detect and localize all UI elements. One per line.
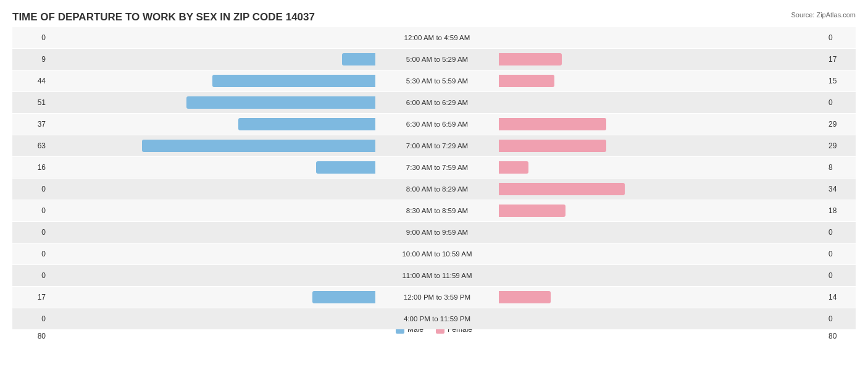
male-side [49,31,375,44]
bars-wrapper: 6:00 AM to 6:29 AM [49,92,825,113]
chart-row: 0 10:00 AM to 10:59 AM 0 [12,243,856,264]
right-value: 29 [825,141,856,150]
right-value: 0 [825,314,856,323]
source-label: Source: ZipAtlas.com [791,11,856,19]
time-label: 8:00 AM to 8:29 AM [375,185,499,193]
bars-wrapper: 7:00 AM to 7:29 AM [49,135,825,156]
left-value: 0 [12,314,49,323]
female-bar [499,53,562,65]
time-label: 4:00 PM to 11:59 PM [375,315,499,323]
time-label: 5:30 AM to 5:59 AM [375,77,499,85]
female-side [499,74,825,88]
time-label: 7:30 AM to 7:59 AM [375,164,499,171]
female-bar [499,205,565,217]
chart-row: 0 4:00 PM to 11:59 PM 0 [12,308,856,329]
chart-row: 63 7:00 AM to 7:29 AM 29 [12,135,856,156]
male-bar [142,140,375,152]
male-side [49,96,375,109]
female-bar [499,161,528,174]
male-side [49,204,375,217]
chart-container: TIME OF DEPARTURE TO WORK BY SEX IN ZIP … [0,0,868,367]
chart-area: 0 12:00 AM to 4:59 AM 0 9 5:00 AM to 5:2… [12,27,856,321]
time-label: 12:00 PM to 3:59 PM [375,293,499,301]
female-side [499,290,825,304]
male-side [49,139,375,153]
female-side [499,96,825,109]
male-bar [316,161,375,174]
male-bar [342,53,375,65]
left-value: 0 [12,33,49,42]
male-side [49,182,375,196]
male-bar [238,118,375,130]
chart-row: 17 12:00 PM to 3:59 PM 14 [12,287,856,308]
left-value: 0 [12,185,49,193]
bars-wrapper: 12:00 PM to 3:59 PM [49,287,825,308]
time-label: 8:30 AM to 8:59 AM [375,207,499,214]
chart-row: 51 6:00 AM to 6:29 AM 0 [12,92,856,113]
right-value: 29 [825,120,856,129]
axis-right-val: 80 [825,332,856,340]
male-side [49,312,375,326]
male-side [49,53,375,66]
time-label: 9:00 AM to 9:59 AM [375,229,499,236]
bars-wrapper: 5:30 AM to 5:59 AM [49,70,825,91]
female-side [499,247,825,261]
time-label: 7:00 AM to 7:29 AM [375,142,499,150]
time-label: 6:00 AM to 6:29 AM [375,99,499,106]
male-side [49,269,375,282]
female-side [499,53,825,66]
chart-row: 0 11:00 AM to 11:59 AM 0 [12,265,856,286]
right-value: 14 [825,293,856,302]
male-side [49,161,375,174]
chart-row: 9 5:00 AM to 5:29 AM 17 [12,49,856,70]
time-label: 11:00 AM to 11:59 AM [375,272,499,279]
left-value: 17 [12,293,49,302]
chart-row: 0 8:00 AM to 8:29 AM 34 [12,179,856,200]
bars-wrapper: 7:30 AM to 7:59 AM [49,157,825,178]
bars-wrapper: 11:00 AM to 11:59 AM [49,265,825,286]
female-side [499,226,825,239]
left-value: 0 [12,228,49,237]
female-bar [499,183,625,195]
female-side [499,139,825,153]
right-value: 34 [825,185,856,193]
male-bar [186,96,375,109]
female-bar [499,75,554,87]
left-value: 44 [12,77,49,85]
female-side [499,161,825,174]
right-value: 0 [825,228,856,237]
chart-row: 0 12:00 AM to 4:59 AM 0 [12,27,856,48]
chart-row: 44 5:30 AM to 5:59 AM 15 [12,70,856,91]
left-value: 63 [12,141,49,150]
time-label: 6:30 AM to 6:59 AM [375,120,499,128]
left-value: 0 [12,250,49,258]
male-bar [312,291,375,303]
time-label: 12:00 AM to 4:59 AM [375,34,499,41]
left-value: 37 [12,120,49,129]
chart-title: TIME OF DEPARTURE TO WORK BY SEX IN ZIP … [12,11,856,23]
male-side [49,247,375,261]
chart-row: 16 7:30 AM to 7:59 AM 8 [12,157,856,178]
bars-wrapper: 10:00 AM to 10:59 AM [49,243,825,264]
chart-row: 0 9:00 AM to 9:59 AM 0 [12,222,856,243]
right-value: 18 [825,206,856,215]
female-side [499,312,825,326]
female-side [499,269,825,282]
right-value: 15 [825,77,856,85]
left-value: 9 [12,55,49,64]
male-side [49,226,375,239]
male-side [49,290,375,304]
right-value: 0 [825,98,856,107]
left-value: 16 [12,163,49,172]
male-side [49,117,375,131]
right-value: 0 [825,271,856,280]
female-bar [499,291,551,303]
female-side [499,117,825,131]
bars-wrapper: 12:00 AM to 4:59 AM [49,27,825,48]
bars-wrapper: 8:00 AM to 8:29 AM [49,179,825,200]
female-side [499,204,825,217]
male-side [49,74,375,88]
bars-wrapper: 6:30 AM to 6:59 AM [49,114,825,135]
bars-wrapper: 4:00 PM to 11:59 PM [49,308,825,329]
right-value: 8 [825,163,856,172]
